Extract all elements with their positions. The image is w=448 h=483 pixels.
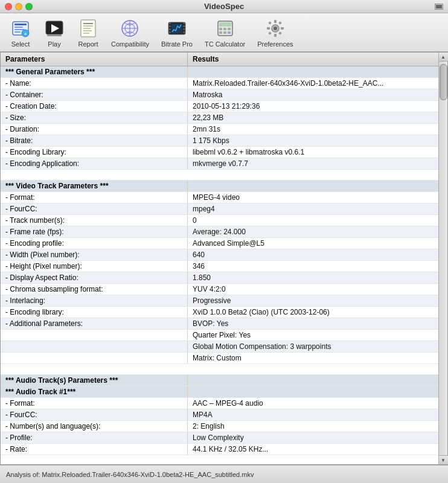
table-row: - Container: Matroska	[1, 89, 438, 101]
cell-result: MPEG-4 video	[188, 192, 438, 203]
cell-param: - Bitrate:	[1, 135, 188, 146]
status-text: Analysis of: Matrix.Reloaded.Trailer-640…	[6, 471, 254, 478]
cell-param: - Encoding Library:	[1, 147, 188, 158]
play-label: Play	[48, 40, 60, 48]
table-row: - Rate: 44.1 KHz / 32.05 KHz...	[1, 444, 438, 455]
cell-param: - Interlacing:	[1, 295, 188, 306]
data-table[interactable]: Parameters Results *** General Parameter…	[1, 53, 438, 464]
table-row: - Duration: 2mn 31s	[1, 124, 438, 135]
table-row: - Encoding Application: mkvmerge v0.7.7	[1, 158, 438, 170]
main-area: Parameters Results *** General Parameter…	[0, 52, 448, 465]
cell-param: - Encoding library:	[1, 307, 188, 318]
scroll-down-button[interactable]: ▼	[439, 455, 448, 464]
minimize-button[interactable]	[15, 3, 22, 10]
cell-result: 346	[188, 261, 438, 272]
table-row: - Interlacing: Progressive	[1, 295, 438, 307]
cell-param: - Container:	[1, 89, 188, 100]
cell-result-extra: Global Motion Compensation: 3 warppoints	[188, 341, 438, 352]
svg-rect-27	[183, 28, 185, 30]
table-row: - Profile: Low Complexity	[1, 432, 438, 444]
cell-param: - Height (Pixel number):	[1, 261, 188, 272]
window-buttons	[5, 3, 33, 10]
report-button[interactable]: Report	[72, 15, 104, 50]
tc-calculator-button[interactable]: TC Calculator	[200, 15, 250, 50]
cell-result: 1.850	[188, 272, 438, 283]
table-row: - Width (Pixel number): 640	[1, 249, 438, 261]
cell-result: mkvmerge v0.7.7	[188, 158, 438, 169]
table-row-empty	[1, 364, 438, 375]
select-icon: +	[10, 18, 31, 39]
cell-result: Progressive	[188, 295, 438, 306]
select-label: Select	[11, 40, 30, 48]
svg-rect-34	[228, 28, 231, 30]
svg-rect-26	[183, 25, 185, 27]
play-icon	[43, 18, 65, 39]
svg-rect-31	[219, 22, 231, 27]
table-row: - Additional Parameters: BVOP: Yes	[1, 318, 438, 330]
bitrate-pro-button[interactable]: Bitrate Pro	[156, 15, 197, 50]
svg-rect-4	[14, 31, 21, 33]
report-label: Report	[78, 40, 98, 48]
svg-rect-41	[274, 34, 277, 37]
table-row: - Creation Date: 2010-05-13 21:29:36	[1, 101, 438, 112]
svg-rect-46	[268, 31, 272, 35]
cell-result: 640	[188, 249, 438, 260]
cell-section-param: *** Audio Track #1***	[1, 386, 188, 397]
table-row: - Bitrate: 1 175 Kbps	[1, 135, 438, 147]
cell-result: XviD 1.0.0 Beta2 (Ciao) (UTC 2003-12-06)	[188, 307, 438, 318]
table-row-empty	[1, 170, 438, 181]
cell-param: - Display Aspect Ratio:	[1, 272, 188, 283]
scrollbar[interactable]: ▲ ▼	[438, 53, 447, 464]
cell-param: - Track number(s):	[1, 215, 188, 226]
table-row: - Height (Pixel number): 346	[1, 261, 438, 272]
cell-param: - Frame rate (fps):	[1, 226, 188, 237]
cell-section-result	[188, 386, 438, 397]
compatibility-icon	[119, 18, 141, 39]
close-button[interactable]	[5, 3, 12, 10]
cell-section-result	[188, 181, 438, 191]
svg-rect-35	[219, 31, 222, 34]
cell-param: - Rate:	[1, 444, 188, 455]
compatibility-button[interactable]: Compatibility	[106, 15, 154, 50]
svg-rect-44	[268, 21, 272, 25]
cell-param: - Encoding profile:	[1, 238, 188, 249]
cell-section-param: *** Video Track Parameters ***	[1, 181, 188, 191]
cell-param-empty	[1, 330, 188, 341]
table-row: - FourCC: MP4A	[1, 409, 438, 421]
cell-result: 2: English	[188, 421, 438, 432]
tc-icon	[214, 18, 236, 39]
cell-result: Matrix.Reloaded.Trailer-640x346-XviD-1.0…	[188, 78, 438, 89]
table-header: Parameters Results	[1, 53, 438, 66]
compatibility-label: Compatibility	[111, 40, 149, 48]
toolbar: + Select Play Report	[0, 13, 448, 52]
cell-param-empty	[1, 341, 188, 352]
cell-section-result	[188, 375, 438, 386]
table-row-section: *** Audio Track(s) Parameters ***	[1, 375, 438, 386]
table-row: - Number(s) and language(s): 2: English	[1, 421, 438, 432]
cell-param: - Size:	[1, 112, 188, 123]
scroll-thumb[interactable]	[440, 64, 447, 100]
select-button[interactable]: + Select	[5, 15, 36, 50]
svg-text:+: +	[24, 31, 27, 37]
column-results: Results	[188, 53, 438, 66]
maximize-button[interactable]	[25, 3, 33, 10]
bitrate-pro-label: Bitrate Pro	[161, 40, 193, 48]
svg-rect-3	[14, 29, 24, 30]
table-row: - Frame rate (fps): Average: 24.000	[1, 226, 438, 238]
table-row: - Encoding Library: libebml v0.6.2 + lib…	[1, 147, 438, 158]
preferences-button[interactable]: Preferences	[252, 15, 298, 50]
cell-param: - Width (Pixel number):	[1, 249, 188, 260]
titlebar: VideoSpec	[0, 0, 448, 13]
svg-rect-36	[223, 31, 226, 34]
cell-param: - Additional Parameters:	[1, 318, 188, 329]
cell-param: - Number(s) and language(s):	[1, 421, 188, 432]
table-row: - Track number(s): 0	[1, 215, 438, 226]
bitrate-icon	[166, 18, 188, 39]
cell-result-extra: Quarter Pixel: Yes	[188, 330, 438, 341]
svg-rect-25	[183, 22, 185, 24]
cell-section-result	[188, 66, 438, 77]
cell-result: 44.1 KHz / 32.05 KHz...	[188, 444, 438, 455]
scroll-up-button[interactable]: ▲	[439, 53, 448, 62]
cell-param: - FourCC:	[1, 409, 188, 420]
play-button[interactable]: Play	[39, 15, 70, 50]
